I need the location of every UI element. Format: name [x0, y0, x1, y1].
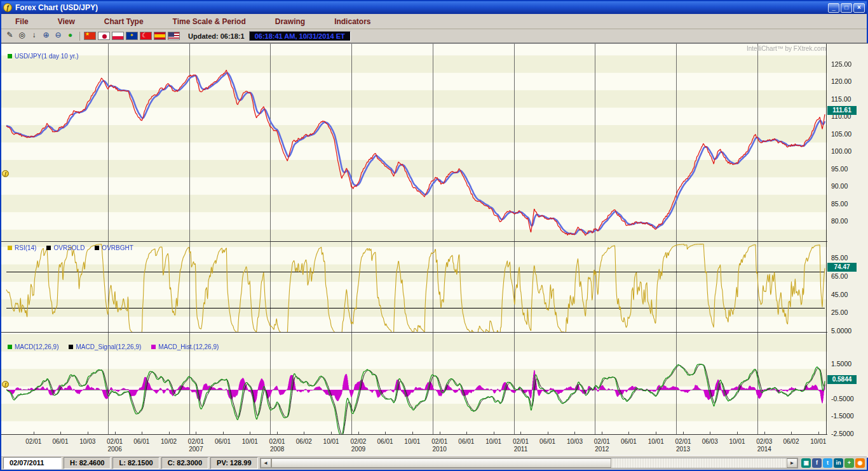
- statusbar: 02/07/2011 H: 82.4600 L: 82.1500 C: 82.3…: [1, 455, 867, 470]
- x-axis-date-label: 02/03: [756, 438, 772, 445]
- y-axis-label: 65.00: [831, 272, 848, 280]
- y-axis-label: 85.00: [831, 254, 848, 262]
- tool-buttons: ✎◎↓⊕⊖●: [4, 30, 76, 41]
- macd-badge: 0.5844: [827, 375, 857, 384]
- x-axis-year-label: 2010: [433, 446, 447, 453]
- panel-marker-icon[interactable]: ƒ: [2, 170, 9, 177]
- x-axis-date-label: 06/03: [702, 438, 718, 445]
- toolbar-separator: [79, 32, 80, 41]
- chart-area: IntelliChart™ by FXtrek.com USD/JPY(1 da…: [1, 43, 868, 458]
- scroll-right-button[interactable]: ►: [787, 458, 797, 468]
- x-axis-date-label: 02/02: [350, 438, 366, 445]
- down-arrow-icon[interactable]: ↓: [29, 30, 39, 41]
- menu-time-scale-period[interactable]: Time Scale & Period: [164, 16, 255, 27]
- rsi-legend-item: OVRSOLD: [46, 244, 85, 251]
- x-axis-date-label: 06/01: [133, 438, 149, 445]
- x-axis-date-label: 10/01: [242, 438, 258, 445]
- twitter-icon[interactable]: t: [823, 458, 832, 468]
- menu-indicators[interactable]: Indicators: [325, 16, 379, 27]
- linkedin-icon[interactable]: in: [834, 458, 843, 468]
- y-axis-label: 1.5000: [831, 360, 851, 368]
- scrollbar-thumb[interactable]: [271, 458, 612, 468]
- x-axis-date-label: 02/01: [594, 438, 610, 445]
- updated-label: Updated: 06:18:1: [188, 32, 245, 40]
- x-axis-date-label: 10/01: [404, 438, 420, 445]
- updated-time-field: 06:18:41 AM, 10/31/2014 ET: [249, 31, 351, 41]
- macd-legend-item: MACD_Signal(12,26,9): [69, 343, 141, 350]
- zoom-in-icon[interactable]: ⊕: [41, 30, 51, 41]
- menu-view[interactable]: View: [49, 16, 84, 27]
- menubar: FileViewChart TypeTime Scale & PeriodDra…: [1, 14, 867, 29]
- chart-window-icon[interactable]: ▣: [801, 458, 811, 468]
- pencil-icon[interactable]: ✎: [4, 30, 15, 41]
- macd-legend-label: MACD_Signal(12,26,9): [76, 343, 141, 350]
- window-title: Forex Chart (USD/JPY): [15, 3, 98, 12]
- social-icons: ▣ftin+◉: [801, 458, 865, 468]
- turkey-flag-icon[interactable]: ☾: [140, 32, 152, 40]
- target-icon[interactable]: ◎: [17, 30, 27, 41]
- scroll-left-button[interactable]: ◄: [261, 458, 271, 468]
- rsi-legend: RSI(14)OVRSOLDOVRBGHT: [8, 244, 133, 251]
- legend-swatch-icon: [8, 246, 12, 250]
- status-high: H: 82.4600: [64, 457, 111, 469]
- status-pv: PV: 128.99: [210, 457, 257, 469]
- horizontal-scrollbar[interactable]: ◄ ►: [260, 458, 798, 468]
- menu-file[interactable]: File: [6, 16, 37, 27]
- zoom-out-icon[interactable]: ⊖: [53, 30, 64, 41]
- spain-flag-icon[interactable]: [154, 32, 166, 40]
- price-legend: USD/JPY(1 day 10 yr.): [8, 53, 79, 60]
- x-axis-date-label: 02/01: [513, 438, 529, 445]
- x-axis-date-label: 06/02: [296, 438, 312, 445]
- price-legend-label: USD/JPY(1 day 10 yr.): [15, 53, 79, 60]
- macd-legend-label: MACD(12,26,9): [15, 343, 58, 350]
- rsi-legend-item: OVRBGHT: [95, 244, 133, 251]
- x-axis-date-label: 02/01: [675, 438, 691, 445]
- marker-icon[interactable]: ●: [65, 30, 76, 41]
- window-buttons: _ □ ×: [828, 3, 865, 13]
- x-axis-date-label: 06/02: [783, 438, 799, 445]
- x-axis-date-label: 10/01: [323, 438, 339, 445]
- x-axis-date-label: 10/01: [729, 438, 745, 445]
- usa-flag-icon[interactable]: [168, 32, 180, 40]
- x-axis-date-label: 10/01: [648, 438, 664, 445]
- status-low: L: 82.1500: [112, 457, 159, 469]
- x-axis-date-label: 06/01: [621, 438, 637, 445]
- rsi-legend-label: RSI(14): [15, 244, 36, 251]
- poland-flag-icon[interactable]: [112, 32, 124, 40]
- japan-flag-icon[interactable]: [98, 32, 110, 40]
- app-icon: ƒ: [3, 3, 12, 12]
- forex-chart-window: ƒ Forex Chart (USD/JPY) _ □ × FileViewCh…: [0, 0, 868, 471]
- maximize-button[interactable]: □: [841, 3, 852, 13]
- y-axis-label: -1.5000: [831, 412, 854, 420]
- panel-marker-icon[interactable]: ƒ: [2, 381, 9, 388]
- status-close: C: 82.3000: [161, 457, 208, 469]
- eu-flag-icon[interactable]: ✦: [126, 32, 138, 40]
- y-axis-label: 80.00: [831, 217, 848, 225]
- scrollbar-track[interactable]: [271, 458, 787, 468]
- price-rsi-macd-chart[interactable]: [1, 44, 827, 435]
- macd-legend-item: MACD_Hist.(12,26,9): [151, 343, 219, 350]
- x-axis-year-label: 2014: [757, 446, 771, 453]
- x-axis-date-label: 02/01: [269, 438, 285, 445]
- china-flag-icon[interactable]: ★: [84, 32, 96, 40]
- x-axis-date-label: 10/01: [810, 438, 826, 445]
- rss-icon[interactable]: ◉: [855, 458, 865, 468]
- minimize-button[interactable]: _: [828, 3, 839, 13]
- x-axis-year-label: 2013: [676, 446, 690, 453]
- share-icon[interactable]: +: [844, 458, 854, 468]
- x-axis-date-label: 02/01: [431, 438, 447, 445]
- y-axis-label: 85.00: [831, 200, 848, 208]
- close-button[interactable]: ×: [853, 3, 865, 13]
- menu-drawing[interactable]: Drawing: [266, 16, 314, 27]
- x-axis-date-label: 06/01: [458, 438, 474, 445]
- facebook-icon[interactable]: f: [812, 458, 822, 468]
- x-axis-date-label: 10/02: [161, 438, 177, 445]
- price-legend-item: USD/JPY(1 day 10 yr.): [8, 53, 79, 60]
- x-axis-date-label: 06/01: [539, 438, 555, 445]
- menu-chart-type[interactable]: Chart Type: [95, 16, 153, 27]
- legend-swatch-icon: [8, 345, 12, 349]
- x-axis-date-label: 10/01: [485, 438, 501, 445]
- y-axis-label: 115.00: [831, 95, 851, 103]
- titlebar[interactable]: ƒ Forex Chart (USD/JPY) _ □ ×: [1, 1, 867, 14]
- x-axis-date-label: 06/01: [377, 438, 393, 445]
